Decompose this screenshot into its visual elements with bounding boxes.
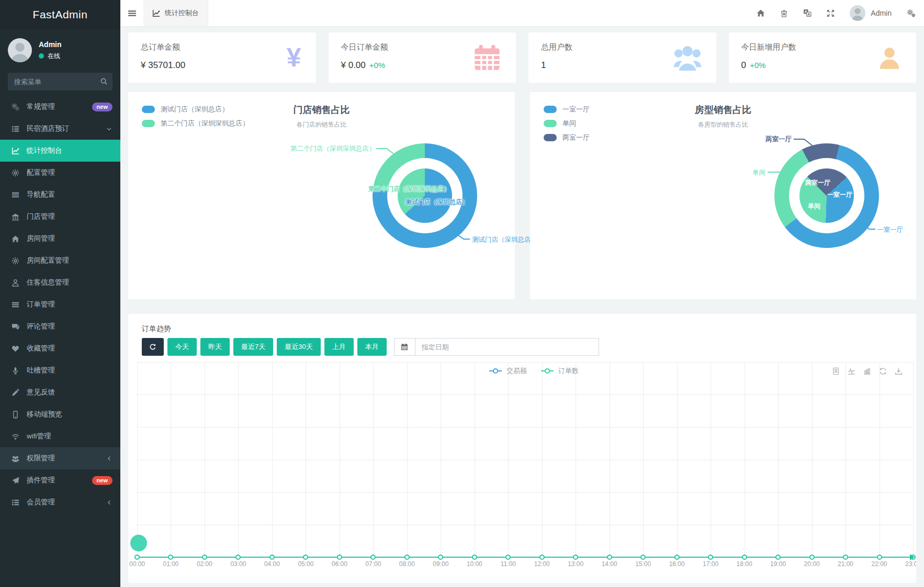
sidebar-item-插件管理[interactable]: 插件管理new — [0, 469, 120, 491]
avatar[interactable] — [8, 38, 32, 62]
data-point-marker — [202, 555, 207, 560]
data-point-marker — [877, 555, 882, 560]
trash-icon[interactable] — [780, 9, 788, 17]
x-tick-label: 23:00 — [905, 560, 916, 568]
sidebar-item-收藏管理[interactable]: 收藏管理 — [0, 337, 120, 359]
date-input[interactable] — [415, 338, 599, 356]
legend-item-turnover[interactable]: 交易额 — [489, 366, 527, 376]
sidebar-item-label: wifi管理 — [27, 432, 51, 441]
data-point-marker — [742, 555, 747, 560]
x-tick-label: 11:00 — [501, 560, 516, 568]
refresh-button[interactable] — [142, 338, 164, 356]
list-icon — [12, 125, 20, 133]
sidebar-item-房间配置管理[interactable]: 房间配置管理 — [0, 250, 120, 272]
sidebar-item-常规管理[interactable]: 常规管理new — [0, 96, 120, 118]
chevron-left-icon — [106, 499, 112, 506]
data-point-marker — [130, 535, 147, 551]
calendar-icon[interactable] — [394, 338, 415, 356]
trend-title: 订单趋势 — [142, 324, 171, 334]
search-icon[interactable] — [100, 77, 108, 85]
tab-dashboard[interactable]: 统计控制台 — [143, 0, 208, 26]
settings-gears-icon[interactable] — [907, 9, 916, 18]
sidebar-item-住客信息管理[interactable]: 住客信息管理 — [0, 272, 120, 294]
room-donut-chart[interactable] — [774, 143, 879, 248]
range-button-今天[interactable]: 今天 — [167, 338, 197, 356]
chart-line-icon — [152, 9, 160, 17]
sidebar-item-label: 评论管理 — [27, 322, 55, 331]
legend-item-两室一厅[interactable]: 两室一厅 — [544, 133, 590, 142]
tab-label: 统计控制台 — [165, 8, 199, 18]
data-point-marker — [303, 555, 308, 560]
user-info: Admin 在线 — [39, 40, 62, 61]
hamburger-menu-icon[interactable] — [120, 0, 143, 26]
x-tick-label: 20:00 — [804, 560, 820, 568]
cogs-icon — [12, 103, 20, 111]
sidebar-item-导航配置[interactable]: 导航配置 — [0, 184, 120, 206]
callout-line — [376, 148, 387, 149]
order-trend-panel: 订单趋势 今天昨天最近7天最近30天上月本月 交易额 订单数 00:0001:0… — [128, 314, 916, 583]
x-tick-label: 15:00 — [635, 560, 651, 568]
chevron-left-icon — [106, 455, 112, 462]
line-chart-icon[interactable] — [848, 367, 855, 375]
x-axis-labels: 00:0001:0002:0003:0004:0005:0006:0007:00… — [137, 560, 913, 570]
data-point-marker — [269, 555, 275, 560]
sidebar-item-配置管理[interactable]: 配置管理 — [0, 162, 120, 184]
range-button-本月[interactable]: 本月 — [357, 338, 387, 356]
sidebar-item-意见反馈[interactable]: 意见反馈 — [0, 381, 120, 403]
range-button-最近7天[interactable]: 最近7天 — [233, 338, 273, 356]
legend-item-orders[interactable]: 订单数 — [541, 366, 579, 376]
download-icon[interactable] — [895, 367, 903, 375]
search-input[interactable] — [8, 73, 112, 91]
comment-icon — [12, 323, 20, 331]
sidebar-item-吐槽管理[interactable]: 吐槽管理 — [0, 359, 120, 381]
legend-item-测试门店（深圳总店）[interactable]: 测试门店（深圳总店） — [142, 105, 249, 114]
range-button-昨天[interactable]: 昨天 — [200, 338, 230, 356]
user-menu[interactable]: Admin — [850, 5, 892, 21]
topbar: 统计控制台 Admin — [120, 0, 924, 27]
sidebar-item-label: 订单管理 — [27, 300, 55, 309]
legend-item-第二个门店（深圳深圳总店）[interactable]: 第二个门店（深圳深圳总店） — [142, 119, 249, 128]
sidebar-item-会员管理[interactable]: 会员管理 — [0, 491, 120, 513]
sidebar-item-统计控制台[interactable]: 统计控制台 — [0, 140, 120, 162]
callout-store2: 第二个门店（深圳深圳总店） — [290, 144, 374, 153]
x-tick-label: 17:00 — [703, 560, 718, 568]
bar-chart-icon[interactable] — [863, 367, 871, 375]
range-button-上月[interactable]: 上月 — [324, 338, 354, 356]
user-status: 在线 — [39, 52, 62, 61]
legend-item-单间[interactable]: 单间 — [544, 119, 590, 128]
legend-swatch — [544, 120, 557, 127]
sidebar-item-label: 常规管理 — [27, 102, 55, 111]
callout-single: 单间 — [738, 168, 765, 177]
sidebar-item-移动端预览[interactable]: 移动端预览 — [0, 403, 120, 425]
home-icon[interactable] — [757, 9, 765, 17]
new-badge: new — [92, 476, 112, 485]
sidebar-item-label: 移动端预览 — [27, 410, 62, 419]
x-tick-label: 21:00 — [838, 560, 853, 568]
sidebar-item-民宿酒店预订[interactable]: 民宿酒店预订 — [0, 118, 120, 140]
range-button-最近30天[interactable]: 最近30天 — [277, 338, 320, 356]
data-view-icon[interactable] — [832, 367, 840, 375]
sidebar-item-label: 吐槽管理 — [27, 366, 55, 375]
sidebar-item-订单管理[interactable]: 订单管理 — [0, 294, 120, 315]
sidebar-item-房间管理[interactable]: 房间管理 — [0, 228, 120, 250]
callout-oneroom: 一室一厅 — [877, 225, 903, 234]
sidebar-item-权限管理[interactable]: 权限管理 — [0, 447, 120, 469]
restore-icon[interactable] — [879, 367, 887, 375]
legend-label: 交易额 — [506, 366, 527, 376]
bars-icon — [12, 191, 20, 199]
legend-item-一室一厅[interactable]: 一室一厅 — [544, 105, 590, 114]
store-donut-chart[interactable] — [373, 143, 477, 248]
fullscreen-icon[interactable] — [827, 9, 835, 17]
data-point-marker — [573, 555, 578, 560]
sidebar-item-wifi管理[interactable]: wifi管理 — [0, 425, 120, 447]
sidebar-item-label: 导航配置 — [27, 190, 55, 199]
sidebar-item-评论管理[interactable]: 评论管理 — [0, 315, 120, 337]
language-icon[interactable] — [803, 9, 812, 17]
stat-cards-row: 总订单金额¥ 35701.00¥今日订单金额¥ 0.00+0%总用户数1今日新增… — [128, 32, 916, 83]
data-point-marker — [337, 555, 342, 560]
sidebar-item-门店管理[interactable]: 门店管理 — [0, 206, 120, 228]
trend-chart-area[interactable] — [137, 362, 914, 558]
app-logo[interactable]: FastAdmin — [0, 0, 120, 29]
legend-label: 两室一厅 — [562, 133, 590, 142]
user-panel: Admin 在线 — [0, 29, 120, 69]
